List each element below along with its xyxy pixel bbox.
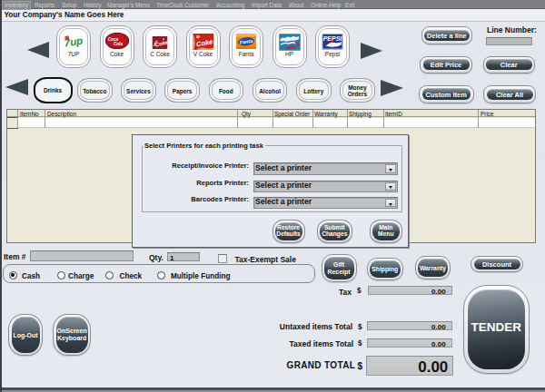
svg-text:PEPSI: PEPSI [323,35,343,42]
svg-text:Cola: Cola [114,42,123,46]
svg-text:7up: 7up [64,35,84,49]
